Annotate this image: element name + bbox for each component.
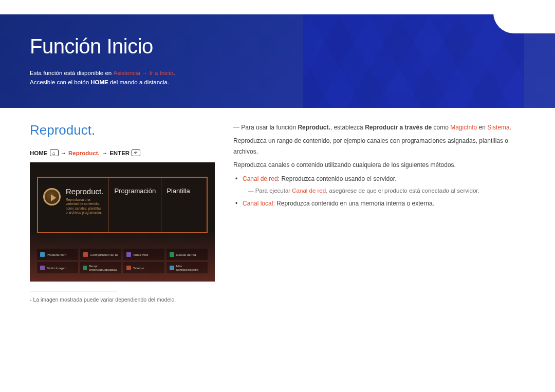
corner-notch <box>493 0 555 33</box>
tile-row: Reproduct. Reproduzca una variedad de co… <box>37 177 208 233</box>
hero-subline-2: Accesible con el botón HOME del mando a … <box>30 78 555 87</box>
mini-button[interactable]: Teletipo <box>123 262 164 273</box>
hero-banner: Función Inicio Esta función está disponi… <box>0 0 555 108</box>
text-fragment: : Reproduzca contenido en una memoria in… <box>273 200 434 207</box>
mini-icon <box>83 252 88 257</box>
text-fragment: : Reproduzca contenido usando el servido… <box>278 175 397 182</box>
mini-icon <box>126 252 131 257</box>
text-fragment: en <box>477 124 487 131</box>
magicinfo-label: MagicInfo <box>450 124 477 131</box>
mini-icon <box>83 266 87 270</box>
selection-frame: Reproduct. Reproduzca una variedad de co… <box>37 177 208 233</box>
hero-subline-1: Esta función está disponible en Asistenc… <box>30 68 555 78</box>
intro-note: Para usar la función Reproduct., estable… <box>233 122 525 133</box>
canal-local-label: Canal local <box>243 200 273 207</box>
mini-button[interactable]: Tempr. encendido/apagado <box>80 262 121 273</box>
footnote: - La imagen mostrada puede variar depend… <box>30 296 215 303</box>
text-fragment: Para usar la función <box>241 124 298 131</box>
bottom-button-grid: Producto clon Configuración de ID Video … <box>37 249 208 273</box>
bullet-note: Para ejecutar Canal de red, asegúrese de… <box>233 186 525 196</box>
page-title: Función Inicio <box>30 35 555 58</box>
asistencia-link: Asistencia → Ir a Inicio <box>113 70 173 76</box>
left-column: Reproduct. HOME → Reproduct. → ENTER Rep… <box>30 122 215 303</box>
mini-button[interactable]: Video Wall <box>123 249 164 260</box>
canal-de-red-inline: Canal de red <box>292 188 326 194</box>
tile-plantilla[interactable]: Plantilla <box>161 178 207 232</box>
text-fragment: , asegúrese de que el producto está cone… <box>326 188 479 194</box>
enter-icon <box>132 150 140 156</box>
text-fragment: , establezca <box>330 124 365 131</box>
mini-label: Tempr. encendido/apagado <box>89 264 118 271</box>
paragraph: Reproduzca un rango de contenido, por ej… <box>233 136 525 157</box>
home-icon <box>50 150 59 156</box>
nav-home-label: HOME <box>30 150 48 156</box>
home-key-name: HOME <box>90 79 108 85</box>
mini-button[interactable]: Configuración de ID <box>80 249 121 260</box>
nav-path: HOME → Reproduct. → ENTER <box>30 150 215 156</box>
mini-label: Producto clon <box>47 253 66 256</box>
mini-label: Teletipo <box>133 266 144 270</box>
right-column: Para usar la función Reproduct., estable… <box>233 122 525 303</box>
section-title: Reproduct. <box>30 122 215 138</box>
bullet-canal-local: Canal local: Reproduzca contenido en una… <box>233 198 525 209</box>
mini-label: Configuración de ID <box>90 253 118 256</box>
mini-button[interactable]: Producto clon <box>37 249 78 260</box>
tile-subtitle: Reproduzca una variedad de contenido, co… <box>66 198 103 215</box>
bullet-canal-de-red: Canal de red: Reproduzca contenido usand… <box>233 174 525 184</box>
footnote-divider <box>30 291 117 291</box>
mini-label: Video Wall <box>133 253 148 256</box>
content-row: Reproduct. HOME → Reproduct. → ENTER Rep… <box>0 108 555 303</box>
text-fragment: Accesible con el botón <box>30 79 90 85</box>
hero-content: Función Inicio Esta función está disponi… <box>30 35 555 87</box>
mini-icon <box>170 266 174 270</box>
mini-label: Más configuraciones <box>176 264 205 271</box>
text-fragment: como <box>432 124 450 131</box>
nav-enter-label: ENTER <box>109 150 130 156</box>
mini-icon <box>126 266 131 270</box>
bold-fragment: Reproduct. <box>298 124 330 131</box>
top-whitespace <box>0 0 555 14</box>
text-fragment: Para ejecutar <box>255 188 292 194</box>
tv-screenshot: Reproduct. Reproduzca una variedad de co… <box>30 162 215 282</box>
tile-reproduct[interactable]: Reproduct. Reproduzca una variedad de co… <box>38 178 108 232</box>
mini-icon <box>40 252 45 257</box>
mini-icon <box>40 266 45 270</box>
nav-arrow: → <box>102 150 108 156</box>
mini-button[interactable]: Modo Imagen <box>37 262 78 273</box>
nav-arrow: → <box>61 150 67 156</box>
play-icon <box>43 188 61 206</box>
canal-de-red-label: Canal de red <box>243 175 278 182</box>
tile-title: Reproduct. <box>66 187 103 196</box>
sistema-label: Sistema <box>487 124 509 131</box>
text-fragment: . <box>510 124 511 131</box>
nav-reproduct-label: Reproduct. <box>68 150 100 156</box>
mini-button[interactable]: Más configuraciones <box>166 262 208 273</box>
text-fragment: . <box>173 70 175 76</box>
mini-label: Modo Imagen <box>47 266 66 270</box>
mini-label: Estado de red <box>176 253 196 256</box>
text-fragment: del mando a distancia. <box>108 79 169 85</box>
bold-fragment: Reproducir a través de <box>365 124 432 131</box>
text-fragment: Esta función está disponible en <box>30 70 113 76</box>
tile-text: Reproduct. Reproduzca una variedad de co… <box>66 187 103 215</box>
mini-icon <box>170 252 174 257</box>
paragraph: Reproduzca canales o contenido utilizand… <box>233 160 525 170</box>
footnote-text: La imagen mostrada puede variar dependie… <box>33 296 176 303</box>
mini-button[interactable]: Estado de red <box>166 249 208 260</box>
tile-programacion[interactable]: Programación <box>108 178 161 232</box>
